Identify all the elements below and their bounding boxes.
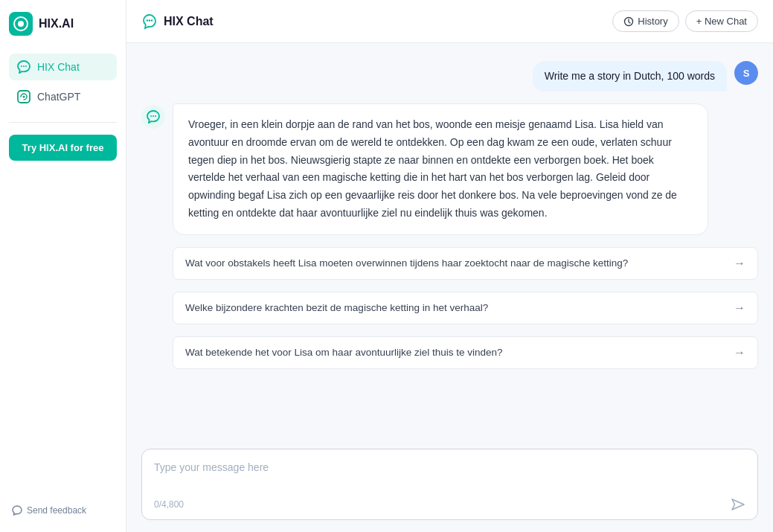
sidebar-item-chatgpt[interactable]: ChatGPT bbox=[9, 83, 117, 110]
header-left: HIX Chat bbox=[141, 13, 214, 30]
input-area: 0/4,800 bbox=[126, 440, 773, 532]
new-chat-button[interactable]: + New Chat bbox=[685, 10, 758, 32]
suggestion-arrow-3: → bbox=[734, 346, 745, 359]
main-content: HIX Chat History + New Chat Write me a s… bbox=[126, 0, 773, 532]
svg-point-13 bbox=[155, 115, 156, 117]
send-button[interactable] bbox=[731, 497, 745, 512]
svg-point-1 bbox=[18, 21, 24, 27]
user-message-row: Write me a story in Dutch, 100 words S bbox=[141, 61, 758, 92]
char-count: 0/4,800 bbox=[154, 499, 184, 510]
message-input[interactable] bbox=[154, 460, 745, 491]
logo-icon bbox=[9, 12, 33, 36]
input-box: 0/4,800 bbox=[141, 449, 758, 520]
suggestion-arrow-1: → bbox=[734, 257, 745, 270]
svg-point-4 bbox=[25, 65, 27, 67]
new-chat-button-label: + New Chat bbox=[696, 16, 747, 27]
ai-message-row: Vroeger, in een klein dorpje aan de rand… bbox=[141, 103, 758, 235]
suggestion-arrow-2: → bbox=[734, 301, 745, 315]
history-button-label: History bbox=[638, 16, 667, 27]
svg-point-7 bbox=[147, 19, 148, 21]
user-bubble: Write me a story in Dutch, 100 words bbox=[533, 61, 727, 92]
svg-point-11 bbox=[150, 115, 152, 117]
ai-bubble: Vroeger, in een klein dorpje aan de rand… bbox=[173, 103, 708, 235]
svg-point-3 bbox=[23, 65, 25, 67]
nav-divider bbox=[9, 122, 117, 123]
sidebar-item-hix-chat[interactable]: HIX Chat bbox=[9, 54, 117, 80]
svg-point-12 bbox=[153, 115, 154, 117]
hix-chat-icon bbox=[16, 60, 31, 74]
suggestion-item-1[interactable]: Wat voor obstakels heeft Lisa moeten ove… bbox=[173, 247, 758, 280]
feedback-label: Send feedback bbox=[27, 505, 86, 516]
logo-text: HIX.AI bbox=[39, 17, 74, 31]
suggestion-text-2: Welke bijzondere krachten bezit de magis… bbox=[185, 302, 488, 313]
chat-area: Write me a story in Dutch, 100 words S V… bbox=[126, 43, 773, 440]
input-footer: 0/4,800 bbox=[154, 497, 745, 512]
header-actions: History + New Chat bbox=[612, 10, 758, 32]
svg-point-2 bbox=[21, 65, 22, 67]
suggestion-item-3[interactable]: Wat betekende het voor Lisa om haar avon… bbox=[173, 336, 758, 369]
feedback-area[interactable]: Send feedback bbox=[9, 501, 117, 520]
svg-point-6 bbox=[23, 96, 25, 98]
sidebar-item-chatgpt-label: ChatGPT bbox=[37, 91, 80, 103]
user-avatar: S bbox=[734, 61, 758, 85]
history-icon bbox=[623, 16, 634, 27]
send-icon bbox=[731, 497, 745, 512]
chat-header: HIX Chat History + New Chat bbox=[126, 0, 773, 43]
header-title: HIX Chat bbox=[164, 15, 214, 28]
chatgpt-icon bbox=[16, 89, 31, 104]
sidebar-item-hix-chat-label: HIX Chat bbox=[37, 61, 80, 73]
suggestion-item-2[interactable]: Welke bijzondere krachten bezit de magis… bbox=[173, 292, 758, 324]
suggestion-text-1: Wat voor obstakels heeft Lisa moeten ove… bbox=[185, 257, 628, 269]
sidebar: HIX.AI HIX Chat ChatGPT Try HIX.AI for f… bbox=[0, 0, 126, 532]
svg-point-8 bbox=[149, 19, 150, 21]
logo-area: HIX.AI bbox=[9, 12, 117, 36]
header-chat-icon bbox=[141, 13, 158, 30]
svg-point-9 bbox=[151, 19, 153, 21]
feedback-icon bbox=[12, 505, 22, 516]
history-button[interactable]: History bbox=[612, 10, 679, 32]
suggestion-text-3: Wat betekende het voor Lisa om haar avon… bbox=[185, 347, 503, 358]
try-free-button[interactable]: Try HIX.AI for free bbox=[9, 135, 117, 161]
ai-avatar-icon bbox=[141, 105, 165, 129]
